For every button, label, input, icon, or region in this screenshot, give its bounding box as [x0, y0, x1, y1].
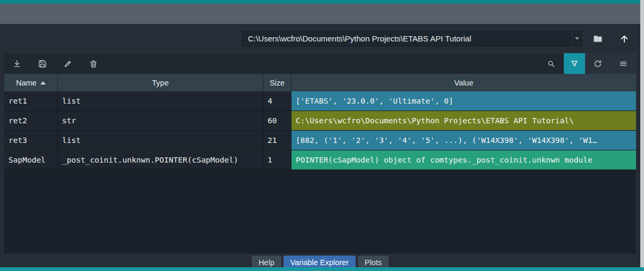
cell-value[interactable]: [882, ('1', '2', '3', '4', '5', ...), ('… [291, 131, 636, 150]
remove-variables-button[interactable] [81, 53, 106, 74]
header-type[interactable]: Type [58, 74, 263, 91]
cell-type[interactable]: list [58, 131, 263, 150]
save-data-as-button[interactable] [55, 53, 81, 74]
cell-size[interactable]: 1 [263, 150, 291, 170]
cell-value[interactable]: POINTER(cSapModel) object of comtypes._p… [291, 150, 636, 170]
import-data-button[interactable] [4, 53, 30, 74]
cell-type[interactable]: _post_coinit.unknwn.POINTER(cSapModel) [58, 150, 263, 170]
table-row: ret2 str 60 C:\Users\wcfro\Documents\Pyt… [4, 111, 636, 131]
cell-value[interactable]: C:\Users\wcfro\Documents\Python Projects… [291, 111, 636, 131]
sort-ascending-icon [40, 81, 46, 84]
chevron-down-icon[interactable] [572, 31, 581, 46]
header-size[interactable]: Size [263, 74, 291, 91]
cell-name[interactable]: SapModel [4, 150, 58, 170]
table-empty-area [4, 170, 636, 253]
cell-name[interactable]: ret1 [4, 91, 58, 111]
working-directory-bar: C:\Users\wcfro\Documents\Python Projects… [0, 24, 640, 53]
save-data-button[interactable] [30, 53, 55, 74]
table-row: ret3 list 21 [882, ('1', '2', '3', '4', … [4, 131, 636, 150]
header-size-label: Size [270, 79, 285, 87]
table-row: ret1 list 4 ['ETABS', '23.0.0', 'Ultimat… [4, 91, 636, 111]
working-directory-combobox[interactable]: C:\Users\wcfro\Documents\Python Projects… [242, 31, 582, 47]
toolbar-spacer [106, 53, 538, 74]
top-accent-strip [0, 0, 640, 4]
search-icon [547, 60, 555, 68]
header-value-label: Value [454, 79, 473, 87]
filter-variables-button[interactable] [564, 53, 585, 74]
cell-size[interactable]: 60 [263, 111, 291, 131]
cell-value[interactable]: ['ETABS', '23.0.0', 'Ultimate', 0] [291, 91, 636, 111]
header-name-label: Name [16, 79, 37, 87]
save-as-icon [64, 60, 72, 68]
browse-directory-button[interactable] [587, 30, 608, 48]
variable-explorer-window: C:\Users\wcfro\Documents\Python Projects… [0, 0, 644, 271]
cell-name[interactable]: ret3 [4, 131, 58, 150]
refresh-variables-button[interactable] [585, 53, 611, 74]
options-menu-button[interactable] [611, 53, 636, 74]
header-name[interactable]: Name [4, 74, 58, 91]
toolbar-tail [585, 53, 636, 74]
menu-icon [619, 60, 628, 68]
window-right-edge [640, 0, 644, 271]
cell-type[interactable]: str [58, 111, 263, 131]
table-row: SapModel _post_coinit.unknwn.POINTER(cSa… [4, 150, 636, 170]
refresh-icon [594, 60, 602, 68]
bottom-accent-strip [0, 267, 644, 271]
cell-type[interactable]: list [58, 91, 263, 111]
trash-icon [89, 60, 98, 68]
variable-explorer-toolbar [4, 53, 636, 74]
working-directory-path: C:\Users\wcfro\Documents\Python Projects… [243, 31, 572, 46]
cell-size[interactable]: 4 [263, 91, 291, 111]
header-value[interactable]: Value [291, 74, 636, 91]
cell-size[interactable]: 21 [263, 131, 291, 150]
save-icon [38, 60, 47, 68]
import-icon [13, 60, 21, 68]
variables-table: Name Type Size Value ret1 list 4 ['ETABS… [4, 74, 636, 253]
search-variables-button[interactable] [538, 53, 564, 74]
parent-directory-button[interactable] [614, 30, 635, 48]
title-bar [0, 4, 640, 24]
table-header-row: Name Type Size Value [4, 74, 636, 91]
folder-icon [593, 33, 603, 44]
header-type-label: Type [152, 79, 168, 87]
arrow-up-icon [620, 34, 629, 44]
cell-name[interactable]: ret2 [4, 111, 58, 131]
filter-icon [570, 60, 579, 68]
